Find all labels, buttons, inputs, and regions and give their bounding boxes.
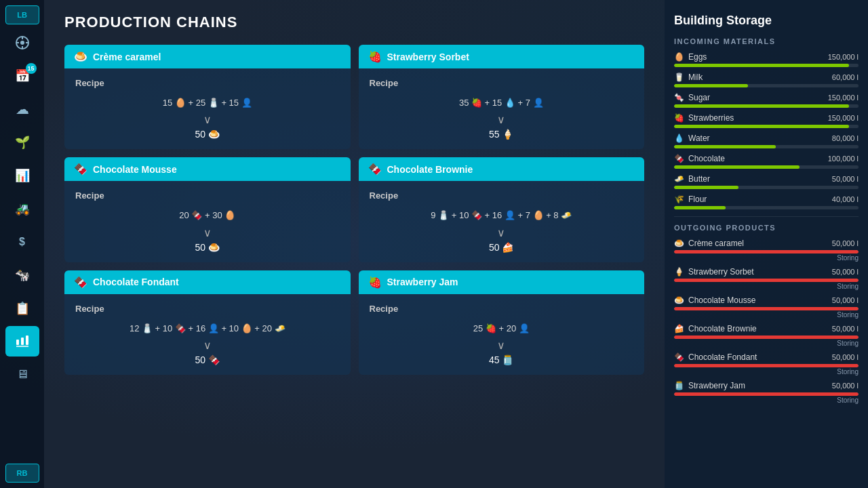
item-bar-bg — [674, 84, 859, 87]
item-bar-fill — [674, 186, 738, 189]
recipe-output-chocolate-brownie: 50 🍰 — [370, 242, 634, 253]
card-body-strawberry-sorbet: Recipe 35 🍓 + 15 💧 + 7 👤 ∨ 55 🍦 — [359, 68, 645, 149]
card-title-chocolate-mousse: Chocolate Mousse — [93, 164, 177, 175]
incoming-item-eggs: 🥚 Eggs 150,000 l — [674, 52, 859, 67]
card-header-chocolate-fondant: 🍫 Chocolate Fondant — [64, 270, 351, 294]
svg-rect-8 — [26, 336, 28, 345]
card-header-chocolate-brownie: 🍫 Chocolate Brownie — [359, 157, 645, 181]
card-header-strawberry-jam: 🍓 Strawberry Jam — [359, 270, 645, 294]
prod-card-chocolate-mousse[interactable]: 🍫 Chocolate Mousse Recipe 20 🍫 + 30 🥚 ∨ … — [64, 157, 351, 262]
item-bar-bg — [674, 336, 859, 339]
card-body-chocolate-fondant: Recipe 12 🧂 + 10 🍫 + 16 👤 + 10 🥚 + 20 🧈 … — [64, 294, 351, 375]
item-bar-fill — [674, 125, 849, 128]
item-icon: 🍮 — [674, 239, 684, 248]
item-bar-bg — [674, 307, 859, 310]
item-bar-fill — [674, 364, 859, 367]
incoming-list: 🥚 Eggs 150,000 l 🥛 Milk 60,000 l 🍬 Sugar… — [674, 52, 859, 209]
item-bar-bg — [674, 186, 859, 189]
recipe-label-strawberry-sorbet: Recipe — [370, 78, 634, 88]
item-name: Eggs — [688, 52, 707, 62]
outgoing-item-strawberry-sorbet: 🍦 Strawberry Sorbet 50,000 l Storing — [674, 267, 859, 290]
item-bar-fill — [674, 64, 849, 67]
item-amount: 50,000 l — [832, 382, 859, 390]
incoming-item-strawberries: 🍓 Strawberries 150,000 l — [674, 113, 859, 128]
prod-card-strawberry-sorbet[interactable]: 🍓 Strawberry Sorbet Recipe 35 🍓 + 15 💧 +… — [359, 45, 645, 149]
sidebar-item-steering[interactable] — [5, 27, 39, 58]
item-icon: 🥚 — [674, 52, 684, 62]
outgoing-list: 🍮 Crème caramel 50,000 l Storing 🍦 Straw… — [674, 239, 859, 404]
card-icon-creme-caramel: 🍮 — [74, 50, 87, 63]
item-status: Storing — [674, 368, 859, 375]
sidebar-item-production[interactable] — [5, 326, 39, 357]
sidebar-item-animals[interactable]: 🐄 — [5, 260, 39, 290]
card-icon-chocolate-mousse: 🍫 — [74, 163, 87, 176]
storage-title: Building Storage — [674, 14, 859, 28]
svg-point-1 — [20, 41, 24, 45]
item-name: Chocolate Brownie — [688, 324, 757, 333]
card-icon-strawberry-jam: 🍓 — [368, 276, 382, 289]
lb-button[interactable]: LB — [5, 5, 39, 24]
item-amount: 100,000 l — [828, 155, 859, 163]
card-header-creme-caramel: 🍮 Crème caramel — [64, 45, 351, 68]
item-amount: 60,000 l — [832, 73, 859, 81]
card-body-chocolate-mousse: Recipe 20 🍫 + 30 🥚 ∨ 50 🍮 — [64, 181, 351, 262]
item-icon: 🍮 — [674, 296, 684, 305]
item-name: Chocolate Fondant — [688, 352, 757, 362]
item-bar-fill — [674, 307, 859, 310]
production-grid: 🍮 Crème caramel Recipe 15 🥚 + 25 🧂 + 15 … — [64, 45, 644, 375]
svg-rect-6 — [16, 340, 19, 345]
sidebar-item-farming[interactable]: 🌱 — [5, 127, 39, 157]
sidebar-item-map[interactable]: 🖥 — [5, 359, 39, 390]
card-header-chocolate-mousse: 🍫 Chocolate Mousse — [64, 157, 351, 181]
item-amount: 150,000 l — [828, 94, 859, 102]
card-icon-chocolate-fondant: 🍫 — [74, 276, 87, 289]
item-name: Sugar — [688, 93, 710, 102]
item-icon: 🍫 — [674, 154, 684, 163]
item-amount: 50,000 l — [832, 296, 859, 304]
outgoing-item-chocolate-fondant: 🍫 Chocolate Fondant 50,000 l Storing — [674, 352, 859, 375]
sidebar-item-stats[interactable]: 📊 — [5, 160, 39, 190]
item-bar-bg — [674, 392, 859, 396]
recipe-ingredients-chocolate-mousse: 20 🍫 + 30 🥚 — [75, 207, 340, 223]
rb-button[interactable]: RB — [5, 464, 39, 483]
card-body-chocolate-brownie: Recipe 9 🧂 + 10 🍫 + 16 👤 + 7 🥚 + 8 🧈 ∨ 5… — [359, 181, 645, 262]
outgoing-item-crème-caramel: 🍮 Crème caramel 50,000 l Storing — [674, 239, 859, 262]
sidebar-item-contracts[interactable]: 📋 — [5, 293, 39, 323]
sidebar-item-finance[interactable]: $ — [5, 226, 39, 257]
recipe-label-creme-caramel: Recipe — [75, 78, 340, 88]
item-status: Storing — [674, 311, 859, 319]
main-panel: PRODUCTION CHAINS 🍮 Crème caramel Recipe… — [44, 0, 665, 488]
recipe-arrow-strawberry-sorbet: ∨ — [370, 113, 634, 126]
sidebar-item-tractor[interactable]: 🚜 — [5, 193, 39, 224]
recipe-label-strawberry-jam: Recipe — [370, 304, 634, 314]
item-amount: 50,000 l — [832, 325, 859, 333]
prod-card-chocolate-brownie[interactable]: 🍫 Chocolate Brownie Recipe 9 🧂 + 10 🍫 + … — [359, 157, 645, 262]
prod-card-creme-caramel[interactable]: 🍮 Crème caramel Recipe 15 🥚 + 25 🧂 + 15 … — [64, 45, 351, 149]
card-title-chocolate-fondant: Chocolate Fondant — [93, 277, 179, 287]
card-title-creme-caramel: Crème caramel — [93, 52, 161, 62]
item-icon: 💧 — [674, 134, 684, 143]
incoming-item-flour: 🌾 Flour 40,000 l — [674, 195, 859, 209]
sidebar-item-weather[interactable]: ☁ — [5, 94, 39, 124]
item-bar-bg — [674, 250, 859, 253]
item-icon: 🍬 — [674, 93, 684, 102]
recipe-ingredients-strawberry-jam: 25 🍓 + 20 👤 — [370, 321, 634, 336]
item-icon: 🫙 — [674, 381, 684, 390]
prod-card-strawberry-jam[interactable]: 🍓 Strawberry Jam Recipe 25 🍓 + 20 👤 ∨ 45… — [359, 270, 645, 375]
card-title-strawberry-jam: Strawberry Jam — [387, 277, 458, 287]
recipe-arrow-creme-caramel: ∨ — [75, 113, 340, 126]
item-name: Chocolate Mousse — [688, 296, 755, 305]
item-amount: 50,000 l — [832, 175, 859, 183]
outgoing-item-strawberry-jam: 🫙 Strawberry Jam 50,000 l Storing — [674, 381, 859, 404]
recipe-ingredients-creme-caramel: 15 🥚 + 25 🧂 + 15 👤 — [75, 95, 340, 110]
item-bar-fill — [674, 145, 776, 148]
card-icon-chocolate-brownie: 🍫 — [368, 163, 382, 176]
sidebar: LB 📅 ☁ 🌱 📊 🚜 $ 🐄 📋 🖥 RB — [0, 0, 44, 488]
sidebar-item-calendar[interactable]: 📅 — [5, 60, 39, 91]
incoming-item-chocolate: 🍫 Chocolate 100,000 l — [674, 154, 859, 169]
item-name: Milk — [688, 73, 703, 82]
prod-card-chocolate-fondant[interactable]: 🍫 Chocolate Fondant Recipe 12 🧂 + 10 🍫 +… — [64, 270, 351, 375]
item-bar-fill — [674, 165, 800, 169]
item-icon: 🍰 — [674, 324, 684, 333]
item-name: Flour — [688, 195, 707, 204]
